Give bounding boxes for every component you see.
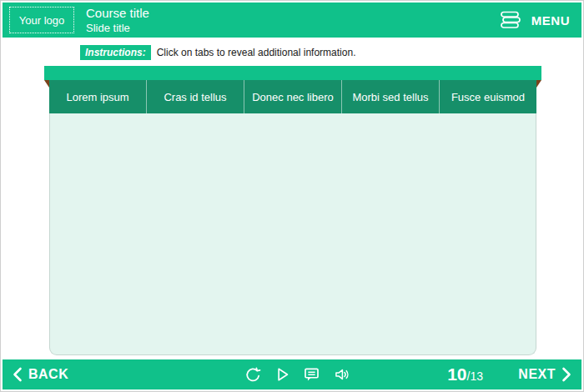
instructions-badge: Instructions: bbox=[80, 45, 151, 60]
slide-frame: Your logo Course title Slide title MENU … bbox=[0, 0, 584, 392]
logo-label: Your logo bbox=[19, 14, 64, 27]
tab-content-panel bbox=[49, 113, 536, 355]
tab-label: Lorem ipsum bbox=[66, 91, 128, 103]
ribbon-fold-right bbox=[536, 80, 541, 88]
tab-lorem-ipsum[interactable]: Lorem ipsum bbox=[49, 80, 147, 113]
course-title: Course title bbox=[86, 6, 149, 22]
menu-label: MENU bbox=[531, 13, 570, 28]
logo-placeholder[interactable]: Your logo bbox=[9, 7, 74, 33]
chevron-left-icon bbox=[13, 367, 23, 382]
slide-title: Slide title bbox=[86, 22, 149, 35]
tab-donec-nec-libero[interactable]: Donec nec libero bbox=[244, 80, 342, 113]
refresh-icon[interactable] bbox=[244, 366, 262, 384]
title-block: Course title Slide title bbox=[86, 6, 149, 35]
tab-label: Cras id tellus bbox=[164, 91, 226, 103]
play-icon[interactable] bbox=[274, 366, 290, 383]
menu-icon bbox=[500, 10, 521, 30]
next-button[interactable]: NEXT bbox=[518, 367, 571, 382]
player-bar: BACK bbox=[3, 359, 581, 389]
back-button[interactable]: BACK bbox=[13, 367, 68, 382]
player-controls bbox=[244, 366, 351, 384]
tab-label: Donec nec libero bbox=[252, 91, 334, 103]
comment-icon[interactable] bbox=[303, 366, 320, 383]
instructions-text: Click on tabs to reveal additional infor… bbox=[157, 47, 356, 58]
tab-morbi-sed-tellus[interactable]: Morbi sed tellus bbox=[342, 80, 440, 113]
back-label: BACK bbox=[28, 367, 68, 382]
tab-label: Fusce euismod bbox=[451, 91, 525, 103]
volume-icon[interactable] bbox=[333, 366, 351, 383]
page-indicator: 10 /13 bbox=[447, 364, 483, 384]
tab-bar: Lorem ipsum Cras id tellus Donec nec lib… bbox=[49, 80, 536, 113]
tab-ribbon bbox=[44, 66, 541, 80]
page-total: /13 bbox=[467, 369, 483, 383]
page-current: 10 bbox=[447, 364, 466, 384]
menu-button[interactable]: MENU bbox=[500, 3, 570, 38]
chevron-right-icon bbox=[561, 367, 571, 382]
tab-cras-id-tellus[interactable]: Cras id tellus bbox=[147, 80, 244, 113]
next-label: NEXT bbox=[518, 367, 556, 382]
tab-fusce-euismod[interactable]: Fusce euismod bbox=[440, 80, 536, 113]
tab-label: Morbi sed tellus bbox=[352, 91, 428, 103]
instructions-row: Instructions: Click on tabs to reveal ad… bbox=[80, 45, 355, 60]
header-bar: Your logo Course title Slide title MENU bbox=[3, 3, 581, 38]
